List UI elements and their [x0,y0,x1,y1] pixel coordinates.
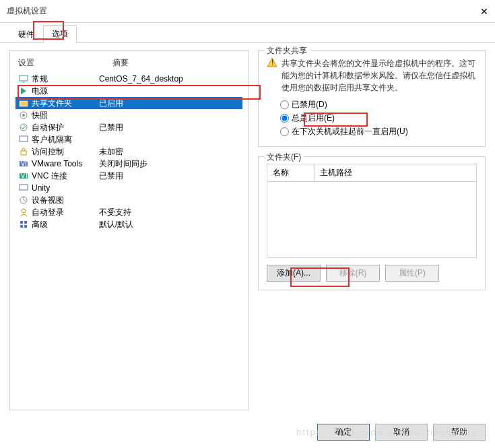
autoprotect-icon [18,122,29,133]
list-item[interactable]: 常规 CentOS_7_64_desktop [15,73,242,85]
list-item[interactable]: Unity [15,182,242,194]
item-label: 自动保护 [32,122,64,133]
list-item[interactable]: 自动登录 不受支持 [15,206,242,218]
folders-list[interactable]: 名称 主机路径 [267,164,477,258]
item-label: 电源 [32,86,48,97]
svg-rect-0 [20,75,28,81]
list-item[interactable]: vmVMware Tools 关闭时间同步 [15,158,242,170]
folder-col-path[interactable]: 主机路径 [315,164,476,181]
properties-button: 属性(P) [385,265,439,282]
advanced-icon [18,219,29,230]
share-legend: 文件夹共享 [264,45,310,57]
item-label: VMware Tools [32,159,82,168]
vmware-tools-icon: vm [18,158,29,169]
item-label: 访问控制 [32,146,64,158]
radio-label: 已禁用(D) [292,99,327,110]
svg-point-5 [22,114,25,117]
svg-point-6 [20,124,27,131]
vnc-icon: VNC [18,170,29,181]
close-icon[interactable]: ✕ [480,6,488,17]
folder-sharing-group: 文件夹共享 ! 共享文件夹会将您的文件显示给虚拟机中的程序。这可能为您的计算机和… [258,50,486,147]
svg-marker-2 [21,88,26,94]
svg-rect-18 [20,225,23,228]
svg-rect-13 [20,185,28,190]
tab-hardware[interactable]: 硬件 [9,26,43,43]
folders-legend: 文件夹(F) [264,152,304,163]
unity-icon [18,183,29,193]
item-summary: CentOS_7_64_desktop [99,74,240,84]
device-view-icon [18,195,29,205]
item-summary: 未加密 [99,146,240,158]
radio-label: 总是启用(E) [292,113,335,124]
folder-share-icon [18,98,29,108]
list-item[interactable]: 客户机隔离 [15,133,242,146]
item-label: 高级 [32,219,48,230]
radio-label: 在下次关机或挂起前一直启用(U) [292,126,408,137]
column-summary: 摘要 [112,57,129,69]
item-label: 自动登录 [32,207,64,218]
item-summary: 默认/默认 [99,219,240,230]
list-item[interactable]: 设备视图 [15,194,242,206]
item-summary: 已禁用 [99,122,240,133]
item-summary: 关闭时间同步 [99,158,240,170]
window-title: 虚拟机设置 [7,5,47,17]
radio-until-poweroff[interactable]: 在下次关机或挂起前一直启用(U) [280,125,477,138]
item-summary: 已禁用 [99,170,240,182]
svg-point-15 [22,209,26,213]
item-summary: 已启用 [99,98,240,109]
svg-text:VNC: VNC [20,170,29,180]
item-label: 常规 [32,73,48,85]
remove-button: 移除(R) [326,265,380,282]
tab-options[interactable]: 选项 [43,25,77,43]
radio-disabled[interactable]: 已禁用(D) [280,98,477,111]
svg-rect-8 [21,151,26,155]
svg-text:vm: vm [21,158,29,168]
snapshot-icon [18,110,29,121]
warning-text: 共享文件夹会将您的文件显示给虚拟机中的程序。这可能为您的计算机和数据带来风险。请… [282,57,477,94]
radio-always-enabled[interactable]: 总是启用(E) [280,111,477,125]
monitor-icon [18,73,29,84]
autologin-icon [18,207,29,218]
isolation-icon [18,134,29,145]
access-control-icon [18,146,29,157]
list-item[interactable]: 快照 [15,109,242,121]
svg-rect-3 [20,101,28,106]
item-label: 设备视图 [32,195,64,206]
folder-col-name[interactable]: 名称 [267,164,315,181]
list-item-shared-folders[interactable]: 共享文件夹 已启用 [15,97,242,109]
item-label: VNC 连接 [32,170,67,182]
item-summary: 不受支持 [99,207,240,218]
svg-rect-16 [20,221,23,224]
svg-text:!: ! [271,58,273,67]
power-icon [18,86,29,96]
warning-icon: ! [267,57,277,68]
item-label: 快照 [32,110,48,121]
list-item[interactable]: 高级 默认/默认 [15,218,242,230]
list-item[interactable]: 电源 [15,85,242,97]
list-item[interactable]: 访问控制 未加密 [15,146,242,158]
list-item[interactable]: VNCVNC 连接 已禁用 [15,170,242,182]
svg-rect-17 [24,221,27,224]
item-label: 共享文件夹 [32,98,72,109]
svg-rect-19 [24,225,27,228]
list-item[interactable]: 自动保护 已禁用 [15,121,242,133]
settings-list-pane: 设置 摘要 常规 CentOS_7_64_desktop 电源 共享文件夹 已启… [9,50,249,410]
watermark: https://blog.csdn.net/maixiaoguang [296,427,477,437]
svg-rect-7 [20,136,28,141]
add-button[interactable]: 添加(A)... [267,265,321,282]
item-label: Unity [32,183,50,193]
folders-group: 文件夹(F) 名称 主机路径 添加(A)... 移除(R) 属性(P) [258,156,486,290]
item-label: 客户机隔离 [32,134,72,146]
column-setting: 设置 [18,57,112,69]
